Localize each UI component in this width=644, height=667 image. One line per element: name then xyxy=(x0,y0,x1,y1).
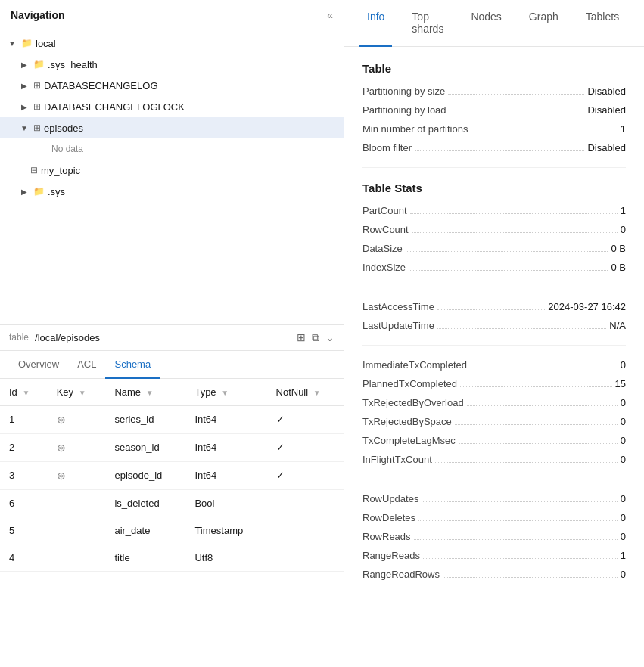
tree-item-sys-health[interactable]: ▶ 📁 .sys_health xyxy=(0,54,344,75)
tab-overview[interactable]: Overview xyxy=(9,351,68,379)
info-value: 0 xyxy=(621,493,626,504)
table-row[interactable]: 3 ⊛ episode_id Int64 ✓ xyxy=(0,461,344,489)
table-icon: ⊞ xyxy=(33,123,41,133)
tree-item-databasechangelog[interactable]: ▶ ⊞ DATABASECHANGELOG xyxy=(0,75,344,96)
info-value: 1 xyxy=(621,205,626,216)
tree-item-local[interactable]: ▼ 📁 local xyxy=(0,33,344,54)
tab-top-shards[interactable]: Top shards xyxy=(404,0,451,47)
info-row: ImmediateTxCompleted 0 xyxy=(362,359,626,371)
chevron-icon: ▼ xyxy=(6,39,18,48)
dots-divider xyxy=(412,232,618,233)
tab-info[interactable]: Info xyxy=(359,0,392,47)
info-row: RowUpdates 0 xyxy=(362,493,626,504)
info-value: Disabled xyxy=(587,85,626,97)
schema-table-container: Id ▼ Key ▼ Name ▼ Type ▼ xyxy=(0,379,344,668)
tab-graph[interactable]: Graph xyxy=(521,0,566,47)
cell-type: Int64 xyxy=(185,461,266,489)
tree-item-sys[interactable]: ▶ 📁 .sys xyxy=(0,181,344,202)
info-value: N/A xyxy=(609,320,626,331)
grid-icon[interactable]: ⊞ xyxy=(297,331,306,343)
dots-divider xyxy=(471,132,617,132)
info-row: LastAccessTime 2024-03-27 16:42 xyxy=(362,301,626,312)
info-row: InFlightTxCount 0 xyxy=(362,454,626,465)
table-row[interactable]: 4 title Utf8 xyxy=(0,544,344,571)
col-header-id[interactable]: Id ▼ xyxy=(0,379,48,406)
info-row: DataSize 0 B xyxy=(362,243,626,254)
info-value: 15 xyxy=(615,378,626,389)
info-value: 0 xyxy=(621,359,626,371)
info-key: RangeReads xyxy=(362,550,420,561)
info-row: Min number of partitions 1 xyxy=(362,123,626,135)
info-key: PartCount xyxy=(362,205,407,216)
collapse-button[interactable]: « xyxy=(327,9,333,21)
info-value: Disabled xyxy=(587,142,626,154)
tab-nodes[interactable]: Nodes xyxy=(463,0,509,47)
cell-key: ⊛ xyxy=(48,405,106,433)
tree-item-label: .sys xyxy=(48,186,65,197)
info-key: RowDeletes xyxy=(362,512,415,523)
cell-notnull: ✓ xyxy=(267,405,344,433)
info-value: 0 xyxy=(621,416,626,427)
col-header-key[interactable]: Key ▼ xyxy=(48,379,106,406)
cell-name: season_id xyxy=(105,433,185,461)
dots-divider xyxy=(415,150,584,151)
info-row: PartCount 1 xyxy=(362,205,626,216)
path-actions: ⊞ ⧉ ⌄ xyxy=(297,331,334,344)
secondary-tabs: Overview ACL Schema xyxy=(0,351,344,379)
info-key: RowUpdates xyxy=(362,493,418,504)
info-value: 2024-03-27 16:42 xyxy=(548,301,626,312)
table-row[interactable]: 2 ⊛ season_id Int64 ✓ xyxy=(0,433,344,461)
tree-item-label: episodes xyxy=(44,123,83,134)
table-row[interactable]: 1 ⊛ series_id Int64 ✓ xyxy=(0,405,344,433)
tree-item-label: local xyxy=(36,38,56,49)
cell-name: air_date xyxy=(105,517,185,544)
table-row[interactable]: 5 air_date Timestamp xyxy=(0,517,344,544)
cell-type: Timestamp xyxy=(185,517,266,544)
chevron-icon: ▼ xyxy=(18,124,30,132)
sort-icon: ▼ xyxy=(22,389,30,397)
info-value: 0 xyxy=(621,531,626,542)
chevron-down-icon[interactable]: ⌄ xyxy=(325,331,334,343)
col-header-type[interactable]: Type ▼ xyxy=(185,379,266,406)
tab-acl[interactable]: ACL xyxy=(68,351,105,379)
col-header-notnull[interactable]: NotNull ▼ xyxy=(267,379,344,406)
primary-tabs: Info Top shards Nodes Graph Tablets xyxy=(344,0,644,47)
table-icon: ⊟ xyxy=(30,165,38,175)
cell-key: ⊛ xyxy=(48,433,106,461)
tree-item-databasechangeloglock[interactable]: ▶ ⊞ DATABASECHANGELOGLOCK xyxy=(0,96,344,117)
cell-id: 2 xyxy=(0,433,48,461)
dots-divider xyxy=(409,270,608,271)
tree-item-episodes[interactable]: ▼ ⊞ episodes xyxy=(0,117,344,138)
dots-divider xyxy=(443,577,618,578)
schema-table: Id ▼ Key ▼ Name ▼ Type ▼ xyxy=(0,379,344,572)
dots-divider xyxy=(410,213,618,214)
dots-divider xyxy=(418,520,618,521)
dots-divider xyxy=(448,94,584,95)
info-key: ImmediateTxCompleted xyxy=(362,359,467,371)
sort-icon: ▼ xyxy=(79,389,86,397)
info-value: 0 xyxy=(621,569,626,580)
tab-tablets[interactable]: Tablets xyxy=(578,0,627,47)
info-key: InFlightTxCount xyxy=(362,454,432,465)
table-row[interactable]: 6 is_deleted Bool xyxy=(0,489,344,517)
chevron-icon: ▶ xyxy=(18,60,30,69)
tree-item-label-muted: No data xyxy=(51,144,83,154)
col-header-name[interactable]: Name ▼ xyxy=(105,379,185,406)
tree-item-my-topic[interactable]: ⊟ my_topic xyxy=(0,160,344,181)
dots-divider xyxy=(437,328,606,329)
copy-icon[interactable]: ⧉ xyxy=(312,331,319,344)
sort-icon: ▼ xyxy=(221,389,229,397)
dots-divider xyxy=(467,405,618,406)
table-label: table xyxy=(9,332,29,343)
table-icon: ⊞ xyxy=(33,80,41,91)
info-value: 0 B xyxy=(611,243,626,254)
chevron-icon: ▶ xyxy=(18,103,30,111)
info-row: RowReads 0 xyxy=(362,531,626,542)
dots-divider xyxy=(459,443,618,444)
tab-schema[interactable]: Schema xyxy=(105,351,160,379)
info-key: PlannedTxCompleted xyxy=(362,378,457,389)
info-row: IndexSize 0 B xyxy=(362,262,626,273)
dots-divider xyxy=(455,424,618,425)
info-row: Bloom filter Disabled xyxy=(362,142,626,154)
info-key: Partitioning by size xyxy=(362,85,445,97)
